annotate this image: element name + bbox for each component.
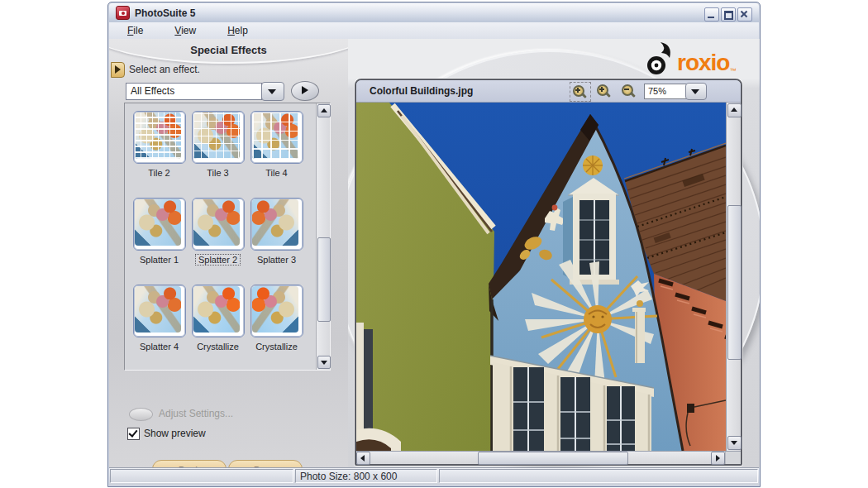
- effect-thumbnail-crystallize1[interactable]: [192, 285, 245, 337]
- scrollbar-thumb[interactable]: [478, 452, 628, 465]
- trademark-symbol: ™: [729, 67, 736, 75]
- effects-list: Tile 2 Tile 3 Tile 4 Splatter 1: [124, 103, 331, 371]
- effect-label[interactable]: Tile 3: [204, 168, 231, 178]
- scroll-down-button[interactable]: [317, 356, 331, 369]
- effect-item: Tile 2: [130, 111, 188, 198]
- zoom-dropdown-button[interactable]: [685, 83, 707, 100]
- status-cell-right: [439, 469, 758, 483]
- photosuite-window: PhotoSuite 5 File View Help Special Effe…: [107, 2, 761, 487]
- maximize-button[interactable]: [721, 7, 736, 22]
- effect-label[interactable]: Crystallize: [253, 342, 300, 352]
- effect-item: Crystallize: [188, 285, 247, 371]
- menu-help[interactable]: Help: [221, 23, 255, 38]
- effect-item: Tile 4: [247, 111, 306, 198]
- category-dropdown-button[interactable]: [261, 82, 284, 101]
- effect-item: Crystallize: [247, 285, 306, 371]
- canvas-titlebar: Colorful Buildings.jpg 75%: [356, 80, 741, 103]
- effect-label[interactable]: Tile 4: [263, 168, 290, 178]
- workspace: roxio ™ Colorful Buildings.jpg: [348, 39, 760, 468]
- effect-label[interactable]: Crystallize: [194, 342, 241, 352]
- minimize-icon: [708, 17, 714, 18]
- roxio-wordmark: roxio: [677, 50, 729, 75]
- zoom-selection-tool-active[interactable]: [570, 82, 591, 102]
- arrow-down-icon: [321, 361, 327, 365]
- effect-thumbnail-tile2[interactable]: [133, 111, 186, 164]
- status-cell-left: [110, 469, 293, 483]
- photo-canvas-frame: Colorful Buildings.jpg 75%: [355, 79, 742, 466]
- adjust-settings-button-disabled[interactable]: Adjust Settings...: [159, 408, 233, 419]
- scrollbar-thumb[interactable]: [727, 205, 742, 360]
- minimize-button[interactable]: [704, 7, 719, 22]
- play-icon: [302, 86, 308, 94]
- instruction-text: Select an effect.: [129, 64, 200, 75]
- arrow-left-icon: [360, 455, 365, 462]
- horizontal-scrollbar[interactable]: [356, 452, 725, 464]
- maximize-icon: [724, 11, 733, 20]
- effect-label-selected[interactable]: Splatter 2: [196, 255, 240, 265]
- arrow-up-icon: [321, 108, 327, 112]
- effect-thumbnail-splatter3[interactable]: [250, 198, 303, 251]
- arrow-up-icon: [731, 108, 737, 112]
- menu-file[interactable]: File: [121, 23, 150, 38]
- scroll-up-button[interactable]: [727, 103, 742, 117]
- effect-item: Splatter 1: [130, 198, 188, 285]
- chevron-down-icon: [268, 89, 276, 94]
- scrollbar-thumb[interactable]: [317, 237, 331, 322]
- step-arrow-icon: [111, 62, 125, 78]
- zoom-out-button[interactable]: [621, 84, 637, 98]
- effect-thumbnail-tile4[interactable]: [250, 111, 303, 164]
- show-preview-checkbox[interactable]: [127, 428, 140, 440]
- zoom-level-field[interactable]: 75%: [644, 84, 687, 99]
- chevron-down-icon: [691, 89, 699, 94]
- show-preview-label: Show preview: [144, 428, 206, 439]
- zoom-in-button[interactable]: [596, 84, 613, 98]
- effect-category-select[interactable]: All Effects: [126, 83, 262, 100]
- panel-title: Special Effects: [109, 44, 348, 56]
- effect-thumbnail-splatter4[interactable]: [133, 285, 186, 337]
- scroll-left-button[interactable]: [356, 452, 370, 465]
- effect-thumbnail-crystallize2[interactable]: [250, 285, 303, 337]
- window-title: PhotoSuite 5: [135, 7, 195, 19]
- statusbar: Photo Size: 800 x 600: [109, 467, 759, 486]
- effect-thumbnail-splatter2[interactable]: [192, 198, 245, 251]
- desktop: PhotoSuite 5 File View Help Special Effe…: [0, 0, 868, 488]
- effect-thumbnail-splatter1[interactable]: [133, 198, 186, 251]
- effect-item: Tile 3: [188, 111, 247, 198]
- effect-label[interactable]: Tile 2: [145, 168, 173, 178]
- vertical-scrollbar[interactable]: [726, 103, 741, 451]
- effect-thumbnail-tile3[interactable]: [192, 111, 245, 164]
- checkmark-icon: [128, 428, 137, 438]
- effect-item: Splatter 3: [247, 198, 306, 285]
- arrow-right-icon: [716, 455, 720, 462]
- menu-view[interactable]: View: [168, 23, 203, 38]
- scrollbar-corner: [725, 452, 741, 464]
- scroll-up-button[interactable]: [317, 104, 331, 117]
- adjust-settings-icon: [129, 408, 153, 421]
- roxio-flame-icon: [642, 41, 677, 75]
- special-effects-panel: Special Effects Select an effect. All Ef…: [109, 39, 349, 468]
- effect-item: Splatter 4: [130, 285, 188, 371]
- apply-effect-play-button[interactable]: [291, 81, 319, 101]
- arrow-down-icon: [731, 441, 737, 445]
- effect-item: Splatter 2: [188, 198, 247, 285]
- photo-filename: Colorful Buildings.jpg: [370, 85, 473, 97]
- effect-label[interactable]: Splatter 3: [255, 255, 298, 265]
- zoom-selection-icon: [572, 84, 589, 99]
- close-button[interactable]: [737, 7, 752, 22]
- effect-label[interactable]: Splatter 1: [137, 255, 181, 265]
- app-camera-icon: [116, 6, 130, 20]
- scroll-right-button[interactable]: [711, 452, 725, 465]
- scroll-down-button[interactable]: [727, 436, 742, 450]
- effects-list-scrollbar[interactable]: [316, 103, 330, 370]
- roxio-logo: roxio ™: [642, 41, 755, 75]
- menubar: File View Help: [109, 22, 759, 40]
- photo-size-status: Photo Size: 800 x 600: [295, 469, 437, 483]
- photo-image[interactable]: [356, 103, 726, 451]
- window-titlebar[interactable]: PhotoSuite 5: [109, 3, 759, 23]
- effect-label[interactable]: Splatter 4: [137, 342, 181, 352]
